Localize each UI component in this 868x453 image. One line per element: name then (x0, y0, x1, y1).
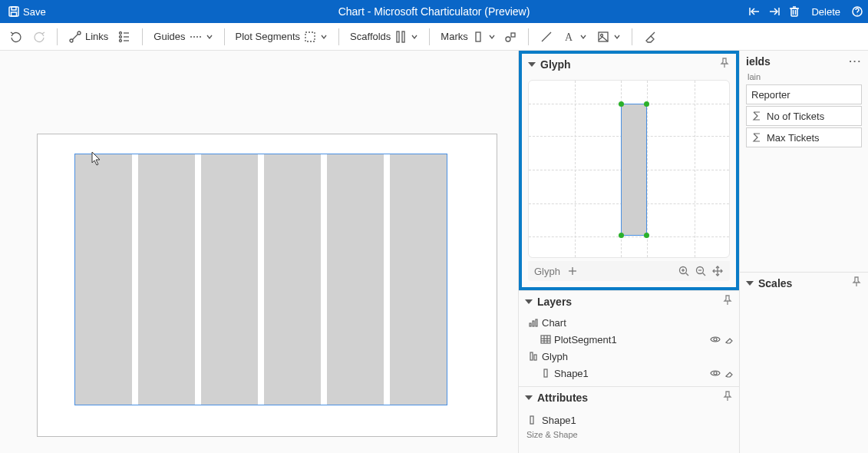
field-max-tickets[interactable]: Max Tickets (746, 127, 862, 147)
svg-line-33 (651, 32, 655, 36)
layer-shape1[interactable]: Shape1 (523, 365, 734, 382)
redo-button[interactable] (29, 26, 49, 48)
attribute-target-label: Shape1 (542, 415, 576, 426)
zoom-out-icon[interactable] (695, 265, 707, 277)
svg-point-17 (120, 35, 122, 38)
glyph-shape[interactable] (621, 104, 647, 236)
glyph-instance[interactable] (264, 154, 321, 405)
layer-glyph[interactable]: Glyph (523, 348, 734, 365)
chart-canvas[interactable] (0, 51, 518, 453)
attributes-panel: Attributes Shape1 Size & Shape (519, 386, 739, 442)
svg-text:A: A (565, 31, 573, 43)
layer-plotsegment1[interactable]: PlotSegment1 (523, 331, 734, 348)
layers-header[interactable]: Layers (519, 291, 739, 312)
field-no-of-tickets[interactable]: No of Tickets (746, 106, 862, 126)
svg-rect-2 (12, 12, 17, 16)
svg-point-15 (78, 31, 81, 35)
more-icon[interactable]: ··· (849, 55, 862, 67)
legend-tool[interactable] (114, 26, 134, 48)
chevron-down-icon (411, 33, 418, 41)
guides-tool[interactable]: Guides (150, 26, 216, 48)
attribute-target: Shape1 (526, 412, 731, 428)
sigma-icon (751, 132, 762, 143)
chevron-down-icon (613, 33, 621, 41)
svg-rect-23 (305, 32, 315, 41)
add-glyph-button[interactable] (566, 265, 579, 277)
pin-icon[interactable] (851, 276, 862, 289)
svg-point-59 (714, 372, 717, 375)
chevron-down-icon (488, 33, 496, 41)
scaffolds-tool[interactable]: Scaffolds (347, 26, 421, 48)
layer-chart-label: Chart (542, 317, 734, 329)
layer-chart[interactable]: Chart (523, 314, 734, 331)
links-tool[interactable]: Links (65, 26, 111, 48)
fields-panel: ields ··· lain Reporter No of Tickets Ma… (740, 51, 868, 149)
resize-handle[interactable] (619, 233, 624, 238)
help-icon[interactable] (851, 5, 863, 18)
links-label: Links (85, 31, 108, 42)
field-label: No of Tickets (767, 111, 824, 122)
visibility-icon[interactable] (710, 334, 721, 345)
marks-tool[interactable]: Marks (437, 26, 520, 48)
glyph-editor[interactable] (528, 80, 730, 258)
scales-header[interactable]: Scales (740, 273, 868, 294)
undo-button[interactable] (6, 26, 26, 48)
plot-segment[interactable] (74, 154, 447, 405)
resize-handle[interactable] (619, 101, 624, 107)
svg-point-55 (714, 338, 717, 341)
table-icon (540, 334, 551, 345)
delete-button[interactable]: Delete (808, 0, 843, 23)
chevron-down-icon (320, 33, 328, 41)
layer-shape-label: Shape1 (554, 368, 707, 379)
save-icon (8, 5, 20, 18)
svg-rect-49 (536, 319, 537, 326)
glyph-panel-header[interactable]: Glyph (522, 54, 736, 75)
layer-plotsegment-label: PlotSegment1 (554, 334, 707, 346)
fields-header[interactable]: ields ··· (740, 51, 868, 72)
mark-rect-icon (471, 30, 485, 44)
svg-rect-50 (541, 336, 550, 343)
zoom-in-icon[interactable] (678, 265, 690, 277)
trash-icon[interactable] (788, 5, 800, 18)
visibility-icon[interactable] (710, 368, 721, 379)
pin-icon[interactable] (722, 295, 733, 308)
glyph-instance[interactable] (327, 154, 384, 405)
save-button[interactable]: Save (5, 0, 49, 23)
attributes-title: Attributes (537, 392, 588, 404)
svg-point-32 (600, 34, 602, 36)
svg-point-16 (120, 31, 122, 34)
text-tool[interactable]: A (559, 26, 590, 48)
pin-icon[interactable] (719, 58, 730, 71)
mark-symbol-icon[interactable] (503, 30, 517, 44)
erase-icon[interactable] (724, 334, 734, 345)
icon-tool[interactable] (593, 26, 624, 48)
glyph-instance[interactable] (138, 154, 195, 405)
fields-title: ields (746, 55, 771, 68)
eraser-tool[interactable] (640, 26, 660, 48)
scaffolds-label: Scaffolds (350, 31, 391, 42)
layers-tree: Chart PlotSegment1 Glyph (519, 312, 739, 386)
attributes-header[interactable]: Attributes (519, 387, 739, 408)
arrow-collapse-left-icon[interactable] (748, 5, 761, 18)
layer-glyph-label: Glyph (542, 351, 734, 362)
chevron-down-icon (206, 33, 213, 41)
ribbon-toolbar: Links Guides Plot Segments Scaffolds Mar… (0, 23, 868, 51)
glyph-instance[interactable] (390, 154, 447, 405)
svg-rect-26 (476, 32, 480, 41)
arrow-expand-right-icon[interactable] (768, 5, 781, 18)
erase-icon[interactable] (724, 368, 734, 379)
pin-icon[interactable] (722, 391, 733, 404)
resize-handle[interactable] (644, 233, 649, 238)
guides-label: Guides (153, 31, 185, 42)
glyph-instance[interactable] (75, 154, 132, 405)
pan-icon[interactable] (711, 265, 724, 277)
plot-segments-tool[interactable]: Plot Segments (233, 26, 332, 48)
svg-line-38 (686, 273, 689, 276)
line-tool[interactable] (536, 26, 556, 48)
svg-point-14 (70, 39, 73, 42)
glyph-instance[interactable] (201, 154, 258, 405)
glyph-panel-title: Glyph (540, 58, 571, 71)
resize-handle[interactable] (644, 101, 649, 107)
line-icon (540, 30, 553, 44)
field-reporter[interactable]: Reporter (746, 84, 862, 104)
